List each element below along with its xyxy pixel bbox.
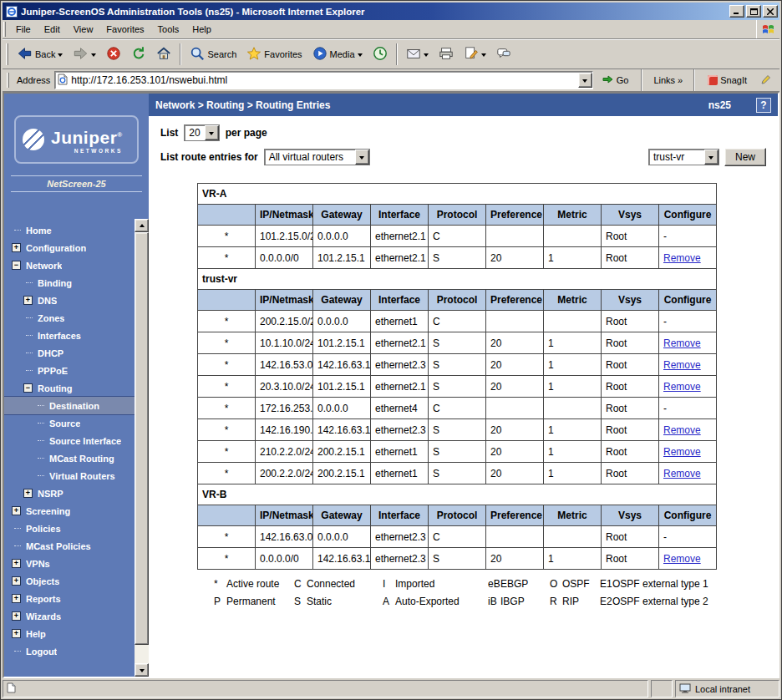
remove-link[interactable]: Remove (663, 468, 701, 479)
back-button[interactable]: Back (12, 42, 68, 67)
sidebar-item-nsrp[interactable]: +NSRP (4, 484, 135, 502)
active-flag-cell: * (198, 463, 256, 484)
sidebar-item-routing[interactable]: −Routing (4, 379, 135, 397)
expand-icon[interactable]: + (23, 489, 33, 498)
remove-link[interactable]: Remove (663, 553, 701, 565)
address-input[interactable] (71, 73, 574, 88)
sidebar-item-logout[interactable]: Logout (4, 642, 135, 660)
remove-link[interactable]: Remove (663, 446, 701, 458)
sidebar-item-dhcp[interactable]: DHCP (4, 344, 135, 362)
remove-link[interactable]: Remove (663, 337, 701, 349)
select-arrow-icon[interactable] (704, 150, 719, 165)
toolbar-grip[interactable] (6, 43, 8, 65)
sidebar-scrollbar[interactable] (135, 219, 149, 677)
sidebar-item-binding[interactable]: Binding (4, 274, 135, 292)
vr-filter-select[interactable]: All virtual routers (264, 149, 370, 165)
select-arrow-icon[interactable] (205, 125, 219, 140)
snagit-button[interactable]: SnagIt (703, 68, 752, 93)
menubar-grip[interactable] (3, 22, 6, 37)
remove-link[interactable]: Remove (663, 359, 701, 371)
media-button[interactable]: Media (307, 42, 368, 67)
forward-button[interactable] (68, 42, 101, 67)
remove-link[interactable]: Remove (663, 424, 701, 436)
address-dropdown-button[interactable] (578, 73, 592, 88)
vr-select[interactable]: trust-vr (648, 149, 719, 165)
history-button[interactable] (368, 42, 393, 67)
new-button[interactable]: New (724, 148, 766, 166)
maximize-button[interactable] (746, 5, 761, 18)
sidebar-item-network[interactable]: −Network (4, 256, 135, 274)
expand-icon[interactable]: + (12, 559, 21, 568)
search-button[interactable]: Search (185, 42, 241, 67)
expand-icon[interactable]: + (12, 243, 21, 252)
menu-favorites[interactable]: Favorites (99, 20, 150, 38)
protocol-cell: S (429, 332, 486, 354)
minimize-button[interactable] (729, 5, 744, 18)
sidebar-item-zones[interactable]: Zones (4, 309, 135, 327)
expand-icon[interactable]: + (12, 576, 21, 586)
expand-icon[interactable]: + (12, 611, 21, 621)
tree-line-icon (38, 423, 44, 424)
chevron-down-icon[interactable] (91, 53, 96, 59)
collapse-icon[interactable]: − (12, 261, 21, 270)
addressbar-grip[interactable] (7, 73, 9, 88)
home-button[interactable] (151, 42, 176, 67)
menu-tools[interactable]: Tools (151, 20, 186, 38)
menu-view[interactable]: View (67, 20, 100, 38)
expand-icon[interactable]: + (12, 506, 21, 515)
sidebar-item-objects[interactable]: +Objects (4, 572, 135, 590)
discuss-button[interactable] (491, 42, 516, 67)
gateway-cell: 142.16.63.1 (313, 548, 371, 570)
sidebar-item-source-interface[interactable]: Source Interface (4, 432, 135, 449)
chevron-down-icon[interactable] (481, 53, 486, 59)
sidebar-item-home[interactable]: Home (4, 221, 135, 239)
sidebar-item-virtual-routers[interactable]: Virtual Routers (4, 467, 135, 484)
links-chevron-icon[interactable]: » (678, 75, 683, 85)
remove-link[interactable]: Remove (663, 381, 701, 393)
sidebar-item-wizards[interactable]: +Wizards (4, 607, 135, 625)
refresh-button[interactable] (126, 42, 151, 67)
scroll-up-button[interactable] (135, 219, 149, 232)
sidebar-item-vpns[interactable]: +VPNs (4, 555, 135, 572)
close-button[interactable] (763, 5, 778, 18)
expand-icon[interactable]: + (23, 296, 33, 305)
per-page-select[interactable]: 20 (184, 124, 219, 141)
interface-cell: ethernet1 (371, 311, 429, 332)
expand-icon[interactable]: + (12, 594, 21, 603)
scroll-thumb[interactable] (135, 232, 149, 645)
snagit-aux-button[interactable] (756, 68, 776, 93)
scroll-down-button[interactable] (135, 663, 149, 677)
sidebar-item-screening[interactable]: +Screening (4, 502, 135, 520)
gateway-cell: 101.2.15.1 (313, 376, 371, 398)
mail-button[interactable] (401, 42, 434, 67)
select-arrow-icon[interactable] (355, 150, 369, 165)
links-button[interactable]: Links » (650, 75, 686, 85)
expand-icon[interactable]: + (12, 629, 21, 638)
sidebar-item-reports[interactable]: +Reports (4, 590, 135, 607)
sidebar-item-help[interactable]: +Help (4, 625, 135, 642)
collapse-icon[interactable]: − (23, 383, 33, 393)
chevron-down-icon[interactable] (58, 53, 63, 59)
sidebar-item-mcast-policies[interactable]: MCast Policies (4, 537, 135, 555)
edit-button[interactable] (459, 42, 491, 67)
sidebar-item-interfaces[interactable]: Interfaces (4, 327, 135, 344)
chevron-down-icon[interactable] (358, 53, 363, 59)
menu-file[interactable]: File (9, 20, 38, 38)
sidebar-item-destination[interactable]: Destination (4, 397, 135, 414)
print-button[interactable] (434, 42, 459, 67)
remove-link[interactable]: Remove (663, 252, 701, 264)
chevron-down-icon[interactable] (424, 53, 429, 59)
help-button[interactable]: ? (756, 98, 771, 113)
sidebar-item-policies[interactable]: Policies (4, 520, 135, 537)
sidebar-item-mcast-routing[interactable]: MCast Routing (4, 449, 135, 467)
stop-button[interactable] (101, 42, 126, 67)
address-field[interactable] (54, 71, 592, 89)
go-button[interactable]: Go (597, 68, 634, 93)
sidebar-item-dns[interactable]: +DNS (4, 292, 135, 309)
sidebar-item-pppoe[interactable]: PPPoE (4, 362, 135, 379)
menu-help[interactable]: Help (185, 20, 218, 38)
menu-edit[interactable]: Edit (38, 20, 67, 38)
sidebar-item-configuration[interactable]: +Configuration (4, 239, 135, 256)
sidebar-item-source[interactable]: Source (4, 414, 135, 432)
favorites-button[interactable]: Favorites (241, 42, 307, 67)
